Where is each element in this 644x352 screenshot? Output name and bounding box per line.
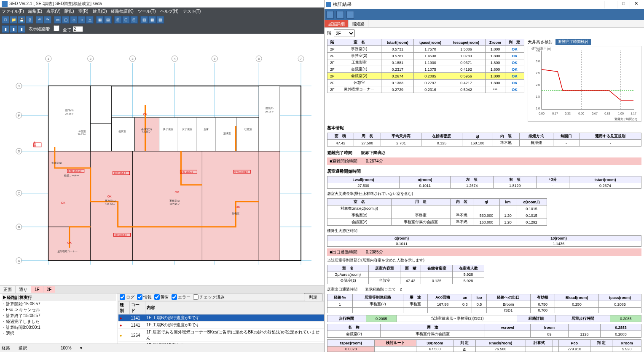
rtb-1[interactable] (326, 11, 334, 19)
log-table[interactable]: 種別コード内容 11411F:工場Bの歩行速度が0です11411F:工場Bの歩行… (118, 301, 324, 344)
room-row[interactable]: 2F屋外喫煙コーナー0.27290.23160.5042***OK (327, 86, 524, 93)
chart: 1.01.52.02.53.03.5 0.000.170.330.500.670… (528, 46, 641, 122)
room-row[interactable]: 2F事務室(1)0.57311.75701.50861.800OK (327, 46, 524, 53)
tb-redo[interactable]: ↷ (44, 16, 51, 24)
log-row[interactable]: 11411F:工場Bの歩行速度が0です (118, 315, 324, 322)
judge-button[interactable]: 判定 (304, 293, 322, 301)
menu-edit[interactable]: 編集(E) (28, 8, 42, 14)
btab-2[interactable]: 1F (31, 286, 43, 293)
tb-i12[interactable]: ▩ (148, 16, 156, 24)
tb-i11[interactable]: ▥ (140, 16, 148, 24)
min-button[interactable]: — (604, 1, 617, 8)
svg-text:休憩室: 休憩室 (78, 130, 86, 133)
tb-i3[interactable]: ◇ (70, 16, 78, 24)
svg-text:20.16㎡: 20.16㎡ (65, 112, 74, 115)
room-row[interactable]: 2F会議室(2)0.26740.20850.59561.800OK (327, 73, 524, 80)
tb-a4[interactable]: ⎙ (26, 16, 33, 24)
menu-route[interactable]: 経路検証(K) (111, 8, 133, 14)
max-button[interactable]: □ (617, 1, 630, 8)
tb-i2[interactable]: ▢ (62, 16, 70, 24)
menu-test[interactable]: テスト(T) (183, 8, 201, 14)
btab-3[interactable]: 2F (43, 286, 56, 293)
svg-text:B: B (18, 225, 20, 229)
status-mid: 選択 (19, 345, 27, 351)
rtb-3[interactable] (346, 11, 354, 19)
menu-room[interactable]: 室(R) (78, 8, 89, 14)
tb-i4[interactable]: ○ (78, 16, 86, 24)
log-row[interactable]: 12641F:居室である屋外喫煙コーナーBKcs(に告示に定めるBKcs(外の対… (118, 329, 324, 342)
all-check[interactable]: 全て (51, 25, 71, 33)
statusbar: 経路 選択 100% ▾ (0, 344, 324, 352)
menu-tool[interactable]: ツール(T) (138, 8, 156, 14)
svg-text:1.00 160x2.0: 1.00 160x2.0 (181, 171, 193, 173)
svg-text:1.00: 1.00 (618, 112, 624, 115)
tb-b1[interactable]: ▮ (2, 25, 9, 33)
svg-text:7: 7 (300, 57, 302, 61)
log-row[interactable]: 11411F:工場Bの歩行速度が0です (118, 322, 324, 329)
room-result-table[interactable]: 階室 名tstart(room)tpass(room)tescape(room)… (327, 39, 524, 93)
tb-b2[interactable]: ▮ (10, 25, 17, 33)
svg-rect-42 (91, 124, 112, 151)
tb-i6[interactable]: ▦ (96, 16, 104, 24)
svg-text:3: 3 (131, 57, 134, 61)
filter-log[interactable]: ログ (120, 294, 134, 300)
tb-i1[interactable]: ▭ (54, 16, 62, 24)
menu-floor[interactable]: 階(L) (64, 8, 74, 14)
close-button[interactable]: ✕ (630, 1, 642, 8)
area-table: 室 名居室内容室面 積在館者密度在室者人数 ΣpAarea(room)5.928… (327, 265, 484, 284)
tb-i7[interactable]: ▤ (104, 16, 112, 24)
svg-rect-40 (48, 86, 91, 151)
btab-0[interactable]: 正面 (0, 286, 16, 293)
svg-text:0.90 160x2.0: 0.90 160x2.0 (115, 234, 127, 236)
tb-save[interactable]: 💾 (18, 16, 25, 24)
svg-rect-45 (159, 117, 178, 151)
menubar[interactable]: ファイル(F) 編集(E) 表示(V) 階(L) 室(R) 建具(D) 経路検証… (0, 8, 324, 15)
menu-help[interactable]: ヘルプ(H) (160, 8, 179, 14)
btab-1[interactable]: 通り (16, 286, 31, 293)
menu-file[interactable]: ファイル(F) (2, 8, 24, 14)
svg-text:0.00: 0.00 (539, 112, 545, 115)
filter-err[interactable]: エラー (172, 294, 191, 300)
floorplan-canvas[interactable]: 1 2 3 4 5 6 7 G F D C B A (0, 34, 324, 285)
walk-table: 歩行時間0.2085当該室最遠点→事務室(2)(ISD1)経路詳細居室歩行時間0… (327, 315, 641, 322)
svg-text:0.401 152x1.0: 0.401 152x1.0 (68, 170, 82, 172)
tb-i5[interactable]: △ (86, 16, 94, 24)
svg-text:OK: OK (236, 205, 240, 208)
tb-i10[interactable]: ⊟ (130, 16, 138, 24)
svg-text:待機室: 待機室 (232, 212, 239, 215)
tb-undo[interactable]: ↶ (36, 16, 43, 24)
room-row[interactable]: 2F工業製室0.18811.19000.93711.800OK (327, 59, 524, 66)
svg-text:26.25㎡: 26.25㎡ (78, 133, 86, 136)
room-row[interactable]: 2F会議室(1)0.23171.10750.41921.800OK (327, 66, 524, 73)
room-row[interactable]: 2F事務室(2)0.57811.45381.07831.800OK (327, 53, 524, 59)
tb-i13[interactable]: ▨ (156, 16, 164, 24)
svg-text:1: 1 (48, 57, 50, 61)
menu-fixture[interactable]: 建具(D) (93, 8, 107, 14)
name-table: 名 称用 途vcrowdlroom0.2883 会議室(2)事務室付属の会議室8… (327, 324, 641, 338)
menu-view[interactable]: 表示(V) (46, 8, 60, 14)
svg-text:3.5: 3.5 (536, 50, 540, 53)
svg-text:36.80㎡: 36.80㎡ (142, 131, 151, 133)
log-filter: ログ 情報 警告 エラー チェック済み 判定 (118, 293, 324, 301)
tb-new[interactable]: □ (2, 16, 9, 24)
rtab-0[interactable]: 居室詳細 (325, 20, 349, 27)
filter-warn[interactable]: 警告 (154, 294, 169, 300)
svg-rect-44 (135, 117, 159, 151)
filter-info[interactable]: 情報 (137, 294, 152, 300)
svg-text:便所室: 便所室 (118, 130, 126, 133)
view-route-input[interactable] (73, 26, 83, 32)
zoom-dropdown-icon[interactable]: ▾ (80, 346, 82, 350)
tb-b3[interactable]: ▮ (18, 25, 25, 33)
room-row[interactable]: 2F休憩室0.13830.27970.42171.800OK (327, 80, 524, 86)
svg-text:3.0: 3.0 (536, 60, 540, 63)
status-zoom: 100% (61, 346, 72, 350)
rtb-2[interactable] (336, 11, 344, 19)
tb-i8[interactable]: ⊞ (114, 16, 122, 24)
rtab-1[interactable]: 階経路 (349, 20, 368, 27)
svg-text:事務室(1): 事務室(1) (105, 199, 115, 202)
filter-checked[interactable]: チェック済み (193, 294, 225, 300)
tb-i9[interactable]: ⊡ (122, 16, 130, 24)
chart-mode-button[interactable]: 避難完了時間検討 (555, 39, 591, 45)
tb-open[interactable]: 📁 (10, 16, 17, 24)
floor-select[interactable]: 2F (334, 29, 355, 37)
